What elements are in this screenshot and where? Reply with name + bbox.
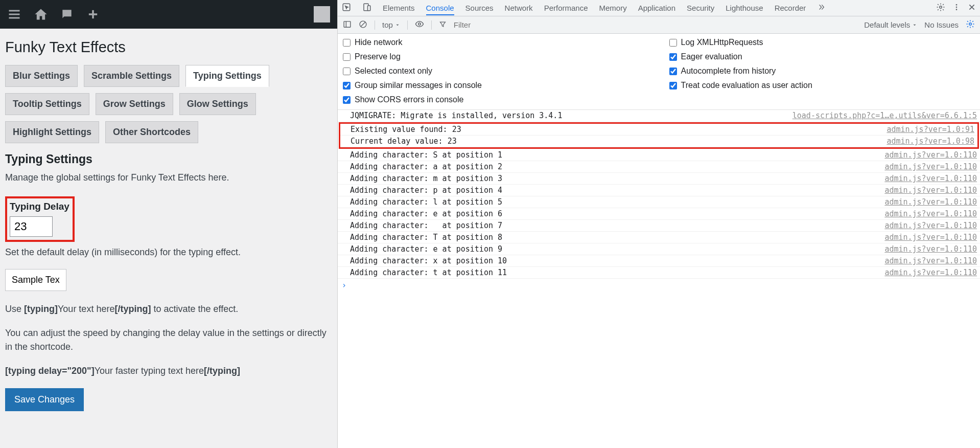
filter-input[interactable] (454, 20, 857, 29)
tab-highlight[interactable]: Highlight Settings (5, 121, 99, 143)
tab-security[interactable]: Security (687, 1, 714, 15)
adjust-para: You can adjust the speed by changing the… (5, 326, 332, 354)
log-message: Adding character: m at position 3 (350, 174, 876, 183)
log-source-link[interactable]: admin.js?ver=1.0:110 (884, 197, 977, 207)
log-row: Existing value found: 23 admin.js?ver=1.… (340, 124, 977, 136)
tab-glow[interactable]: Glow Settings (179, 93, 256, 115)
svg-point-11 (956, 9, 958, 10)
comment-icon[interactable] (60, 8, 74, 21)
sidebar-toggle-icon[interactable] (343, 20, 352, 30)
typing-delay-input[interactable] (10, 216, 53, 237)
wp-toolbar (0, 0, 337, 29)
sample-text-input[interactable] (5, 269, 66, 291)
tab-scramble[interactable]: Scramble Settings (84, 65, 179, 87)
log-source-link[interactable]: admin.js?ver=1.0:110 (884, 162, 977, 171)
devtools-tabs: Elements Console Sources Network Perform… (338, 0, 980, 16)
log-row: Adding character: T at position 8admin.j… (338, 232, 980, 243)
menu-icon[interactable] (7, 7, 21, 21)
gear-icon[interactable] (936, 3, 945, 13)
tab-tooltip[interactable]: Tooltip Settings (5, 93, 89, 115)
tab-network[interactable]: Network (505, 1, 533, 15)
checkbox-user-action[interactable] (669, 82, 677, 89)
usage-prefix: Use (5, 304, 24, 314)
log-source-link[interactable]: admin.js?ver=1.0:110 (884, 150, 977, 160)
log-message: Adding character: l at position 5 (350, 197, 876, 207)
tab-other[interactable]: Other Shortcodes (105, 121, 198, 143)
console-toolbar: top Default levels No Issues (338, 16, 980, 34)
close-icon[interactable] (968, 3, 976, 13)
issues-indicator[interactable]: No Issues (924, 20, 959, 29)
log-source-link[interactable]: admin.js?ver=1.0:91 (886, 125, 974, 134)
log-levels-selector[interactable]: Default levels (864, 20, 917, 29)
log-message: Adding character: t at position 11 (350, 268, 876, 277)
tab-sources[interactable]: Sources (465, 1, 494, 15)
checkbox-log-xhr[interactable] (669, 39, 677, 47)
checkbox-preserve-log[interactable] (343, 53, 351, 61)
checkbox-hide-network[interactable] (343, 39, 351, 47)
console-settings-icon[interactable] (966, 19, 975, 30)
log-message: Adding character: e at position 6 (350, 209, 876, 218)
checkbox-autocomplete[interactable] (669, 68, 677, 75)
log-row: Adding character: at position 7admin.js?… (338, 220, 980, 232)
setting-autocomplete[interactable]: Autocomplete from history (669, 66, 975, 76)
log-row: Adding character: e at position 9admin.j… (338, 243, 980, 255)
typing-delay-label: Typing Delay (10, 201, 69, 212)
svg-point-10 (956, 7, 958, 8)
tab-console[interactable]: Console (426, 1, 454, 15)
inspect-icon[interactable] (342, 3, 351, 13)
log-row: Adding character: S at position 1admin.j… (338, 149, 980, 161)
log-source-link[interactable]: admin.js?ver=1.0:110 (884, 256, 977, 265)
kebab-icon[interactable] (952, 3, 961, 13)
tab-recorder[interactable]: Recorder (775, 1, 806, 15)
context-selector[interactable]: top (382, 20, 400, 29)
setting-eager-eval[interactable]: Eager evaluation (669, 52, 975, 61)
device-icon[interactable] (362, 3, 371, 13)
tab-lighthouse[interactable]: Lighthouse (726, 1, 763, 15)
log-source-link[interactable]: admin.js?ver=1.0:110 (884, 221, 977, 230)
setting-group-similar[interactable]: Group similar messages in console (343, 81, 649, 90)
tabs-row-1: Blur Settings Scramble Settings Typing S… (5, 65, 332, 87)
example-mid: Your faster typing text here (95, 366, 204, 376)
log-source-link[interactable]: admin.js?ver=1.0:110 (884, 174, 977, 183)
section-desc: Manage the global settings for Funky Tex… (5, 172, 332, 183)
console-prompt[interactable]: › (338, 279, 980, 292)
tabs-row-3: Highlight Settings Other Shortcodes (5, 121, 332, 143)
log-source-link[interactable]: admin.js?ver=1.0:110 (884, 244, 977, 254)
tab-blur[interactable]: Blur Settings (5, 65, 78, 87)
tab-grow[interactable]: Grow Settings (96, 93, 173, 115)
more-tabs-icon[interactable] (817, 3, 825, 13)
clear-console-icon[interactable] (359, 20, 367, 30)
setting-user-action[interactable]: Treat code evaluation as user action (669, 81, 975, 90)
checkbox-group-similar[interactable] (343, 82, 351, 89)
setting-preserve-log[interactable]: Preserve log (343, 52, 649, 61)
usage-close: [/typing] (114, 304, 151, 314)
setting-hide-network[interactable]: Hide network (343, 38, 649, 47)
avatar[interactable] (314, 6, 330, 23)
log-source-link[interactable]: admin.js?ver=1.0:110 (884, 209, 977, 218)
tab-memory[interactable]: Memory (599, 1, 627, 15)
log-source-link[interactable]: admin.js?ver=1.0:110 (884, 233, 977, 242)
setting-selected-context[interactable]: Selected context only (343, 66, 649, 76)
tab-application[interactable]: Application (638, 1, 675, 15)
add-icon[interactable] (86, 7, 100, 21)
usage-open: [typing] (24, 304, 58, 314)
tab-typing[interactable]: Typing Settings (185, 65, 269, 87)
tab-elements[interactable]: Elements (383, 1, 415, 15)
tab-performance[interactable]: Performance (544, 1, 588, 15)
log-source-link[interactable]: load-scripts.php?c=1…e,utils&ver=6.6.1:5 (792, 111, 977, 120)
home-icon[interactable] (34, 7, 48, 21)
live-expression-icon[interactable] (415, 19, 424, 30)
page-title: Funky Text Effects (5, 39, 332, 56)
console-settings-panel: Hide network Log XMLHttpRequests Preserv… (338, 34, 980, 110)
checkbox-show-cors[interactable] (343, 96, 351, 104)
save-button[interactable]: Save Changes (5, 388, 84, 411)
checkbox-selected-context[interactable] (343, 68, 351, 75)
log-source-link[interactable]: admin.js?ver=1.0:110 (884, 268, 977, 277)
context-label: top (382, 20, 393, 29)
svg-rect-14 (344, 21, 351, 27)
setting-log-xhr[interactable]: Log XMLHttpRequests (669, 38, 975, 47)
log-source-link[interactable]: admin.js?ver=1.0:110 (884, 186, 977, 195)
checkbox-eager-eval[interactable] (669, 53, 677, 61)
setting-show-cors[interactable]: Show CORS errors in console (343, 95, 649, 104)
log-source-link[interactable]: admin.js?ver=1.0:98 (886, 137, 974, 146)
